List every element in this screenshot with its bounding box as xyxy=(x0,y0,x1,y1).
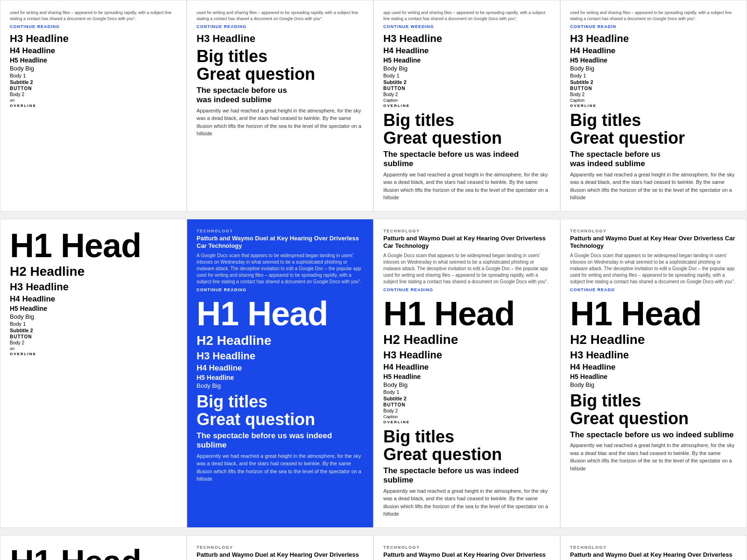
h3-r1c2: H3 Headline xyxy=(197,33,364,45)
b1-r2c1: Body 1 xyxy=(10,321,177,327)
atitle-r2c3: Patturb and Waymo Duel at Key Hearing Ov… xyxy=(383,235,550,251)
article-r3c2: TECHNOLOGY Patturb and Waymo Duel at Key… xyxy=(197,545,364,560)
tech-r2c3: TECHNOLOGY xyxy=(383,229,550,233)
atitle-r3c3: Patturb and Waymo Duel at Key Hearing Ov… xyxy=(383,551,550,560)
h3-r1c4: H3 Headline xyxy=(570,33,737,45)
cont-r1c4[interactable]: CONTINUE READIN xyxy=(570,24,737,29)
card-r3-c1: H1 Head H2 Headline H3 Headline H4 Headl… xyxy=(0,535,187,560)
card-r2-c4: TECHNOLOGY Patturb and Waymo Duel at Key… xyxy=(560,219,747,528)
big-titles-r1c1: H3 Headline H4 Headline H5 Headline Body… xyxy=(10,33,177,108)
article-r3c3: TECHNOLOGY Patturb and Waymo Duel at Key… xyxy=(383,545,550,560)
bigtitle-r2c3: Big titles xyxy=(383,428,550,446)
cont-r2c3[interactable]: CONTINUE READING xyxy=(383,287,550,292)
article-r3c4: TECHNOLOGY Patturb and Waymo Duel at Key… xyxy=(570,545,737,560)
btn-r2c3: BUTTON xyxy=(383,402,550,407)
b2-r2c3: Body 2 xyxy=(383,408,550,413)
continue-r1c2[interactable]: CONTINUE READING xyxy=(197,24,364,29)
h4-r1c3: H4 Headline xyxy=(383,46,550,56)
bigtitle-r2c2: Big titles xyxy=(197,393,364,411)
h5-r2c2: H5 Headline xyxy=(197,374,364,381)
tech-r3c3: TECHNOLOGY xyxy=(383,545,550,550)
bodybig-r1c1: Body Big xyxy=(10,65,177,72)
abody-r2c2: A Google Docs scam that appears to be wi… xyxy=(197,252,364,285)
h3-r1c3: H3 Headline xyxy=(383,33,550,45)
sub2-r1c1: Subtitle 2 xyxy=(10,79,177,85)
body1-r1c4: Body 1 xyxy=(570,73,737,78)
article-r2c3: TECHNOLOGY Patturb and Waymo Duel at Key… xyxy=(383,229,550,293)
card-r2-c2: TECHNOLOGY Patturb and Waymo Duel at Key… xyxy=(187,219,374,528)
abody-r2c3: A Google Docs scam that appears to be wi… xyxy=(383,252,550,285)
body1-r1c3: Body 1 xyxy=(383,73,550,78)
h4-r1c1: H4 Headline xyxy=(10,46,177,56)
cap-r2c1: on xyxy=(10,346,177,351)
bigtitle-r2c4: Big titles xyxy=(570,392,737,410)
atitle-r3c4: Patturb and Waymo Duel at Key Hearing Ov… xyxy=(570,551,737,560)
over-r1c3: OVERLINE xyxy=(383,104,550,108)
cap-r1c3: Caption xyxy=(383,98,550,103)
h4-r1c4: H4 Headline xyxy=(570,46,737,56)
body2-r1c1: Body 2 xyxy=(10,92,177,97)
bodyp-r2c2: Apparently we had reached a great height… xyxy=(197,452,364,483)
card-r1-c3: app used for writing and sharing files –… xyxy=(374,0,560,211)
top-article-r1c2: used for writing and sharing files – app… xyxy=(197,10,364,21)
great-q-r1c3: Great question xyxy=(383,129,550,147)
tech-r2c2: TECHNOLOGY xyxy=(197,229,364,233)
tech-r3c2: TECHNOLOGY xyxy=(197,545,364,550)
card-r3-c3: TECHNOLOGY Patturb and Waymo Duel at Key… xyxy=(374,535,560,560)
sub2-r1c3: Subtitle 2 xyxy=(383,79,550,85)
tech-r2c4: TECHNOLOGY xyxy=(570,229,737,233)
card-r1-c1: used for writing and sharing files – app… xyxy=(0,0,187,211)
bb-r2c3: Body Big xyxy=(383,381,550,388)
spec-r1c3: The spectacle before us was indeed subli… xyxy=(383,150,550,169)
continue-r1c1[interactable]: CONTINUE READING xyxy=(10,24,177,29)
bodyp-r1c4: Apparently we had reached a great height… xyxy=(570,171,737,202)
bb-r2c4: Body Big xyxy=(570,381,737,388)
b1-r2c3: Body 1 xyxy=(383,389,550,395)
article-r2c4: TECHNOLOGY Patturb and Waymo Duel at Key… xyxy=(570,229,737,293)
card-r2-c3: TECHNOLOGY Patturb and Waymo Duel at Key… xyxy=(374,219,560,528)
h5-r1c4: H5 Headline xyxy=(570,56,737,64)
h2-r2c3: H2 Headline xyxy=(383,332,550,347)
greatq-r1c4: Great questior xyxy=(570,129,737,147)
h5-r1c1: H5 Headline xyxy=(10,56,177,64)
top-article-r1c3: app used for writing and sharing files –… xyxy=(383,10,550,21)
continue-r1c3[interactable]: CONTINUE WEEDING xyxy=(383,24,550,29)
cap-r1c1: on xyxy=(10,98,177,103)
atitle-r3c2: Patturb and Waymo Duel at Key Hearing Ov… xyxy=(197,551,364,560)
spec-r2c3: The spectacle before us was indeed subli… xyxy=(383,466,550,485)
top-article-r1c1: used for writing and sharing files – app… xyxy=(10,10,177,21)
over-r1c1: OVERLINE xyxy=(10,104,177,108)
h5-r2c1: H5 Headline xyxy=(10,305,177,312)
h4-r2c3: H4 Headline xyxy=(383,363,550,372)
btn-r2c1: BUTTON xyxy=(10,334,177,339)
cont-r2c4[interactable]: CONTINUE READO xyxy=(570,287,737,292)
cap-r2c3: Caption xyxy=(383,414,550,419)
tech-r3c4: TECHNOLOGY xyxy=(570,545,737,550)
article-r2c2: TECHNOLOGY Patturb and Waymo Duel at Key… xyxy=(197,229,364,293)
h4-r2c4: H4 Headline xyxy=(570,363,737,372)
atitle-r2c4: Patturb and Waymo Duel at Key Hear Over … xyxy=(570,235,737,251)
bb-r2c2: Body Big xyxy=(197,382,364,389)
big-title-r1c3: Big titles xyxy=(383,112,550,129)
body2-r1c4: Body 2 xyxy=(570,92,737,97)
bodyp-r2c3: Apparently we had reached a great height… xyxy=(383,487,550,518)
body-para-r1c2: Apparently we had reached a great height… xyxy=(197,107,364,138)
h3-r2c4: H3 Headline xyxy=(570,349,737,361)
sub2-r1c4: Subtitle 2 xyxy=(570,79,737,85)
btn-r1c1: BUTTON xyxy=(10,86,177,91)
h2-r2c4: H2 Headline xyxy=(570,332,737,347)
h1-r2c1: H1 Head xyxy=(10,229,177,262)
bb-r2c1: Body Big xyxy=(10,313,177,320)
h1-r2c4: H1 Head xyxy=(570,297,737,330)
card-r3-c2: TECHNOLOGY Patturb and Waymo Duel at Key… xyxy=(187,535,374,560)
abody-r2c4: A Google Docs scam that appears to be wi… xyxy=(570,252,737,285)
h5-r2c4: H5 Headline xyxy=(570,373,737,380)
card-r1-c4: used for writing and sharing files – app… xyxy=(560,0,747,211)
cont-r2c2[interactable]: CONTINUE READING xyxy=(197,287,364,292)
s2-r2c3: Subtitle 2 xyxy=(383,396,550,401)
btn-r1c3: BUTTON xyxy=(383,86,550,91)
over-r1c4: OVERLINE xyxy=(570,104,737,108)
atitle-r2c2: Patturb and Waymo Duel at Key Hearing Ov… xyxy=(197,235,364,251)
row-sep-1 xyxy=(0,211,747,219)
body2-r1c3: Body 2 xyxy=(383,92,550,97)
